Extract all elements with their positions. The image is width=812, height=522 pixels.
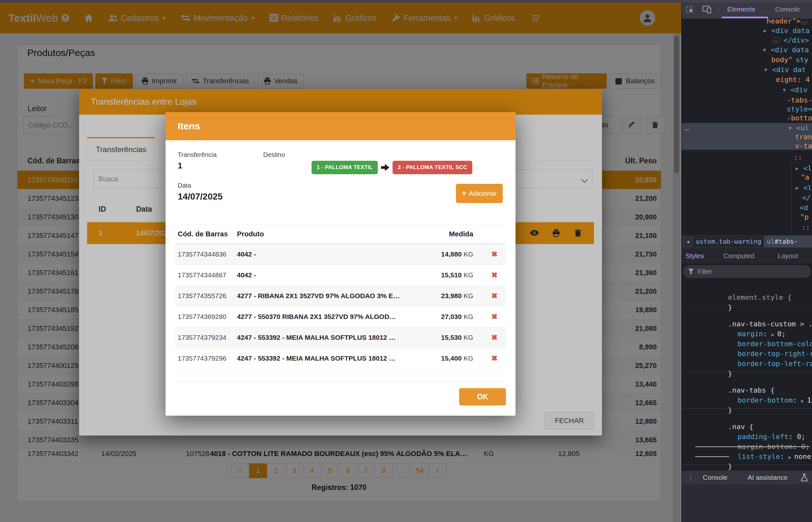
expand-arrow-icon[interactable]: ▶	[801, 398, 807, 404]
dom-node-fragment[interactable]: ▶	[796, 183, 798, 193]
item-measure: 23,980 KG	[441, 286, 473, 306]
dom-node-fragment[interactable]: <l	[803, 183, 812, 193]
css-line[interactable]: element.style {	[682, 282, 812, 293]
ok-label: OK	[477, 393, 488, 401]
dom-node-fragment[interactable]: </div>	[784, 36, 809, 45]
breadcrumb-back-button[interactable]: ◀	[683, 237, 693, 246]
tab-layout[interactable]: Layout	[778, 247, 798, 264]
remove-item-button[interactable]: ✖	[491, 265, 498, 285]
item-row: 1735774344836 4042 - 14,880 KG ✖	[175, 244, 506, 265]
dom-node-text: <div c	[791, 86, 812, 94]
item-row: 1735774379296 4247 - 553392 - MEIA MALHA…	[175, 348, 506, 369]
dom-node-fragment[interactable]: <ul	[796, 123, 809, 133]
tab-elements[interactable]: Elements	[727, 0, 755, 19]
dom-node-fragment[interactable]: ::	[801, 223, 810, 233]
dom-node-fragment[interactable]: ▼	[764, 65, 767, 75]
dom-node-fragment[interactable]: style=	[787, 104, 812, 114]
itens-modal: Itens Transferência 1 Destino 1 - PALLOM…	[165, 112, 515, 416]
dom-node-text: <l	[803, 164, 812, 172]
breadcrumb-item-selected[interactable]: ul#tabs-tra	[764, 236, 812, 247]
dom-node-fragment[interactable]: body"	[771, 55, 792, 65]
inspect-element-icon[interactable]	[686, 5, 694, 14]
dom-node-fragment[interactable]: <div dat	[772, 65, 806, 75]
dom-node-fragment[interactable]: </	[802, 193, 811, 203]
dom-node-fragment[interactable]: …	[773, 37, 780, 43]
device-toolbar-icon[interactable]	[702, 5, 712, 14]
dom-node-fragment[interactable]: v-ta	[795, 141, 812, 151]
item-unit: KG	[464, 292, 473, 299]
dom-node-text: …	[803, 18, 806, 23]
css-property: border-bottom	[737, 396, 792, 404]
dom-node-fragment[interactable]: <div data	[771, 45, 809, 55]
remove-item-button[interactable]: ✖	[491, 327, 498, 348]
dom-node-text: sty	[796, 56, 809, 64]
css-declaration: padding-left: 0;	[737, 433, 805, 441]
styles-rules[interactable]: element.style { } .nav-tabs-custom > .na…	[682, 279, 812, 470]
funnel-icon	[688, 269, 694, 275]
item-qty: 14,880	[441, 250, 462, 258]
css-value: 1px solid	[807, 396, 812, 404]
tab-console[interactable]: Console	[775, 0, 800, 19]
adicionar-button[interactable]: +Adicionar	[456, 184, 503, 203]
dom-node-text: "p	[800, 213, 809, 221]
transferencia-label: Transferência	[178, 151, 217, 159]
drawer-tab-console[interactable]: Console	[703, 470, 728, 484]
item-unit: KG	[464, 313, 473, 320]
dom-node-fragment[interactable]: "p	[800, 212, 809, 222]
dom-node-fragment[interactable]: …	[801, 18, 808, 24]
css-property: margin	[737, 330, 763, 338]
css-value: 0;	[797, 433, 806, 441]
drawer-menu-icon[interactable]: ⋮	[687, 470, 694, 484]
ok-button[interactable]: OK	[459, 388, 506, 405]
dom-node-fragment[interactable]: …	[685, 123, 690, 133]
remove-item-button[interactable]: ✖	[491, 348, 498, 368]
dom-node-text: ▶	[764, 28, 767, 34]
remove-item-button[interactable]: ✖	[491, 286, 498, 306]
dom-node-fragment[interactable]: <l	[803, 164, 812, 173]
dom-node-text: "a	[801, 173, 809, 181]
dom-node-fragment[interactable]: ▼	[763, 45, 766, 55]
item-measure: 27,030 KG	[441, 306, 473, 327]
css-selector: }	[728, 369, 732, 378]
tab-styles[interactable]: Styles	[686, 247, 704, 264]
item-row: 1735774344867 4042 - 15,510 KG ✖	[175, 265, 506, 286]
dom-node-fragment[interactable]: <d	[799, 203, 808, 213]
remove-item-button[interactable]: ✖	[491, 244, 498, 264]
remove-item-button[interactable]: ✖	[491, 306, 498, 327]
item-unit: KG	[464, 271, 473, 279]
styles-filter-input[interactable]: Filter	[683, 265, 811, 278]
dom-node-text: ▶	[796, 185, 798, 191]
item-measure: 15,510 KG	[441, 265, 473, 285]
item-product: 4247 - 553392 - MEIA MALHA SOFTPLUS 1801…	[237, 327, 396, 348]
dom-node-fragment[interactable]: -tabs-	[787, 96, 812, 105]
dom-node-text: <d	[799, 204, 808, 212]
item-measure: 14,880 KG	[441, 244, 473, 264]
item-product: 4042 -	[237, 265, 256, 285]
expand-arrow-icon[interactable]: ▶	[771, 332, 777, 338]
dom-node-fragment[interactable]: ▼	[783, 85, 786, 95]
dom-node-fragment[interactable]: ▼	[789, 123, 792, 133]
dom-node-fragment[interactable]: "a	[801, 173, 809, 182]
tab-computed[interactable]: Computed	[723, 247, 754, 264]
dom-node-text: <l	[803, 184, 812, 192]
dom-node-fragment[interactable]: eight: 4	[776, 75, 810, 84]
css-property: border-top-left-radius	[737, 360, 812, 368]
drawer-tab-ai-assistance[interactable]: AI assistance	[748, 470, 788, 484]
css-property: border-bottom-color	[737, 340, 812, 348]
css-declaration: margin: ▶ 0;	[737, 330, 786, 338]
css-declaration: border-top-left-radius: 3px;	[737, 360, 812, 368]
dom-node-fragment[interactable]: <div c	[791, 85, 812, 95]
dom-node-fragment[interactable]: sty	[796, 55, 809, 65]
dom-node-text: …	[685, 124, 690, 132]
dom-node-text: <ul	[796, 124, 809, 132]
dom-node-fragment[interactable]: ▶	[796, 164, 798, 173]
dom-node-fragment[interactable]: ::	[794, 153, 803, 162]
dom-node-fragment[interactable]: header">	[767, 16, 800, 26]
dom-node-fragment[interactable]: ▶	[764, 26, 767, 36]
expand-arrow-icon[interactable]: ▶	[788, 455, 794, 460]
dom-node-fragment[interactable]: -botto	[787, 113, 812, 123]
dom-node-fragment[interactable]: <div data	[771, 26, 809, 36]
dom-node-text: -tabs-	[787, 96, 812, 104]
dom-node-fragment[interactable]: tran	[795, 132, 812, 142]
breadcrumb-item[interactable]: ustom.tab-warning	[696, 236, 762, 247]
